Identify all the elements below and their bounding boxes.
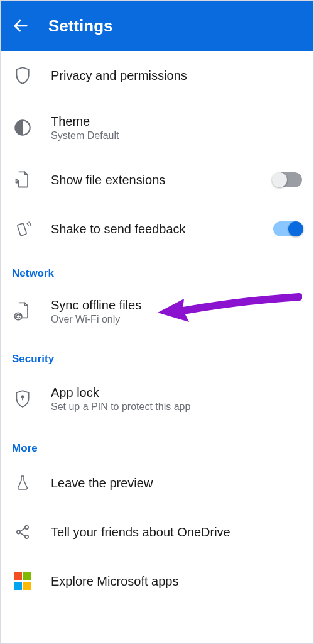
row-tell-friends[interactable]: Tell your friends about OneDrive [1,508,313,557]
section-security: Security [1,339,313,369]
file-sync-icon [14,301,31,321]
page-title: Settings [48,16,113,36]
row-explore-microsoft-apps[interactable]: Explore Microsoft apps [1,557,313,606]
row-sync-offline-files[interactable]: Sync offline files Over Wi-Fi only [1,284,313,339]
back-button[interactable] [11,16,31,36]
row-label: Privacy and permissions [51,69,302,83]
row-privacy-permissions[interactable]: Privacy and permissions [1,51,313,100]
flask-icon [15,474,30,492]
row-sublabel: System Default [51,130,302,142]
app-header: Settings [1,1,313,51]
settings-list: Privacy and permissions Theme System Def… [1,51,313,643]
row-app-lock[interactable]: App lock Set up a PIN to protect this ap… [1,369,313,428]
row-sublabel: Set up a PIN to protect this app [51,401,302,413]
share-icon [14,523,31,541]
contrast-icon [14,119,31,136]
row-sublabel: Over Wi-Fi only [51,314,302,325]
svg-line-10 [20,533,26,536]
toggle-shake-feedback[interactable] [273,221,302,236]
row-theme[interactable]: Theme System Default [1,100,313,155]
section-more: More [1,428,313,458]
row-label: Shake to send feedback [51,222,256,236]
row-label: Show file extensions [51,173,256,187]
section-network: Network [1,253,313,284]
microsoft-logo-icon [14,572,31,590]
file-code-icon [14,170,31,189]
row-label: Tell your friends about OneDrive [51,525,302,540]
row-label: Leave the preview [51,476,302,491]
row-leave-preview[interactable]: Leave the preview [1,458,313,508]
shield-lock-icon [14,389,31,408]
toggle-file-extensions[interactable] [273,172,302,187]
shake-phone-icon [13,219,32,238]
row-label: Sync offline files [51,298,302,313]
row-label: Theme [51,114,302,129]
row-label: Explore Microsoft apps [51,574,302,589]
svg-rect-2 [17,223,26,236]
row-show-file-extensions[interactable]: Show file extensions [1,155,313,204]
svg-point-4 [21,396,23,397]
shield-icon [14,66,31,85]
svg-line-9 [20,528,26,531]
row-shake-feedback[interactable]: Shake to send feedback [1,204,313,253]
settings-screen: Settings Privacy and permissions Theme S… [0,0,314,644]
arrow-left-icon [12,17,30,35]
row-label: App lock [51,386,302,400]
